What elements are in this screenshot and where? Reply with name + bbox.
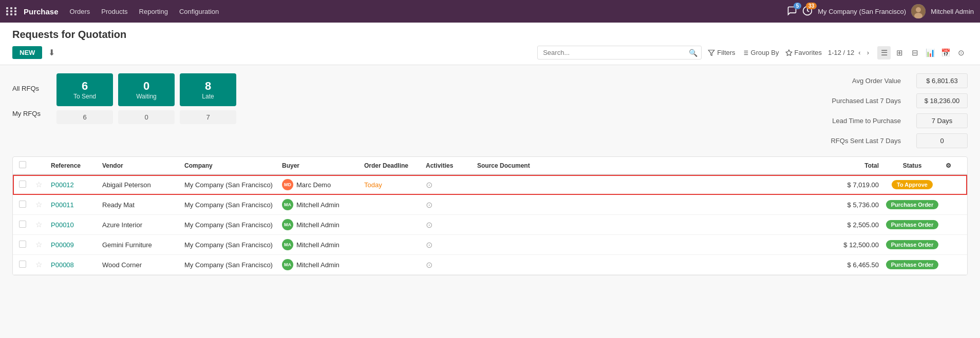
toolbar-actions: Filters Group By Favorites	[708, 49, 822, 56]
favorites-button[interactable]: Favorites	[785, 49, 822, 56]
stat-late-num: 8	[190, 79, 226, 93]
activity-icon[interactable]: ⊙	[426, 181, 432, 189]
user-avatar[interactable]	[911, 4, 926, 18]
stat-waiting-num: 0	[128, 79, 164, 93]
stat-to-send-num: 6	[67, 79, 103, 93]
kpi-rfqsent-label: RFQs Sent Last 7 Days	[831, 137, 901, 145]
chart-view-button[interactable]: 📊	[924, 46, 937, 59]
search-input[interactable]	[537, 46, 702, 59]
chat-icon-badge[interactable]: 5	[787, 6, 797, 17]
pagination: 1-12 / 12 ‹ ›	[828, 48, 871, 57]
stat-sub-0[interactable]: 6	[56, 110, 113, 124]
view-icons: ☰ ⊞ ⊟ 📊 📅 ⊙	[877, 46, 968, 59]
new-button[interactable]: NEW	[12, 46, 42, 59]
chat-count: 5	[794, 3, 802, 9]
col-adjust-icon[interactable]: ⚙	[946, 162, 961, 169]
star-icon[interactable]: ☆	[35, 260, 42, 269]
pagination-text: 1-12 / 12	[828, 49, 854, 56]
activity-icon[interactable]: ⊙	[426, 241, 432, 249]
stat-sub-1[interactable]: 0	[118, 110, 175, 124]
user-name[interactable]: Mitchell Admin	[931, 8, 974, 15]
row-buyer: MA Mitchell Admin	[282, 239, 364, 250]
row-reference[interactable]: P00010	[51, 221, 74, 229]
activity-icon-badge[interactable]: 33	[802, 6, 813, 17]
row-checkbox[interactable]	[19, 201, 26, 208]
row-total: $ 7,019.00	[559, 181, 879, 189]
star-icon[interactable]: ☆	[35, 220, 42, 229]
star-icon[interactable]: ☆	[35, 200, 42, 209]
prev-page-button[interactable]: ‹	[856, 48, 862, 57]
col-header-vendor: Vendor	[102, 162, 184, 169]
grid-view-button[interactable]: ⊟	[908, 46, 921, 59]
activity-view-button[interactable]: ⊙	[954, 46, 968, 59]
select-all-checkbox[interactable]	[19, 161, 26, 168]
activity-icon[interactable]: ⊙	[426, 261, 432, 269]
kpi-avg-label: Avg Order Value	[831, 77, 901, 85]
buyer-name: Mitchell Admin	[296, 201, 340, 209]
table-row: ☆ P00010 Azure Interior My Company (San …	[13, 215, 967, 235]
col-header-status: Status	[879, 162, 946, 169]
app-title[interactable]: Purchase	[24, 7, 59, 16]
row-reference[interactable]: P00009	[51, 241, 74, 249]
stat-to-send[interactable]: 6 To Send	[56, 73, 113, 106]
col-header-source: Source Document	[477, 162, 559, 169]
nav-reporting[interactable]: Reporting	[134, 6, 173, 17]
row-company: My Company (San Francisco)	[184, 221, 282, 229]
activity-icon[interactable]: ⊙	[426, 221, 432, 229]
row-vendor: Azure Interior	[102, 221, 184, 229]
row-vendor: Ready Mat	[102, 201, 184, 209]
row-checkbox[interactable]	[19, 181, 26, 188]
stat-cards-top: 6 To Send 0 Waiting 8 Late	[56, 73, 236, 106]
activity-icon[interactable]: ⊙	[426, 201, 432, 209]
row-buyer: MA Mitchell Admin	[282, 259, 364, 270]
col-header-reference: Reference	[51, 162, 102, 169]
row-checkbox[interactable]	[19, 221, 26, 228]
next-page-button[interactable]: ›	[865, 48, 871, 57]
kpi-leadtime-label: Lead Time to Purchase	[831, 117, 901, 125]
row-reference[interactable]: P00011	[51, 201, 74, 209]
all-rfqs-label[interactable]: All RFQs	[12, 82, 48, 95]
row-total: $ 6,465.50	[559, 261, 879, 269]
page-title: Requests for Quotation	[12, 29, 968, 41]
list-view-button[interactable]: ☰	[877, 46, 891, 59]
status-badge: Purchase Order	[886, 240, 939, 249]
kanban-view-button[interactable]: ⊞	[893, 46, 906, 59]
row-checkbox[interactable]	[19, 241, 26, 248]
kpi-avg-value: $ 6,801.63	[916, 73, 968, 88]
navbar-right: 5 33 My Company (San Francisco) Mitchell…	[787, 4, 974, 18]
buyer-avatar: MA	[282, 239, 293, 250]
star-icon[interactable]: ☆	[35, 180, 42, 189]
stat-waiting[interactable]: 0 Waiting	[118, 73, 175, 106]
star-icon[interactable]: ☆	[35, 240, 42, 249]
table-row: ☆ P00011 Ready Mat My Company (San Franc…	[13, 195, 967, 215]
stat-sub-2[interactable]: 7	[180, 110, 236, 124]
filters-button[interactable]: Filters	[708, 49, 735, 56]
row-buyer: MA Mitchell Admin	[282, 219, 364, 230]
col-header-buyer: Buyer	[282, 162, 364, 169]
apps-menu-icon[interactable]	[6, 7, 17, 15]
nav-configuration[interactable]: Configuration	[174, 6, 224, 17]
activity-count: 33	[806, 3, 817, 9]
kpi-section: Avg Order Value $ 6,801.63 Purchased Las…	[831, 73, 968, 148]
nav-orders[interactable]: Orders	[65, 6, 96, 17]
stat-late[interactable]: 8 Late	[180, 73, 236, 106]
row-reference[interactable]: P00012	[51, 181, 74, 189]
nav-products[interactable]: Products	[96, 6, 133, 17]
buyer-avatar: MA	[282, 199, 293, 210]
kpi-purchased-value: $ 18,236.00	[916, 93, 968, 108]
row-vendor: Abigail Peterson	[102, 181, 184, 189]
stat-late-lbl: Late	[190, 93, 226, 100]
my-rfqs-label[interactable]: My RFQs	[12, 107, 48, 121]
row-buyer: MA Mitchell Admin	[282, 199, 364, 210]
groupby-button[interactable]: Group By	[742, 49, 779, 56]
page-header: Requests for Quotation NEW ⬇ 🔍 Filters G…	[0, 23, 980, 65]
row-reference[interactable]: P00008	[51, 261, 74, 269]
download-button[interactable]: ⬇	[46, 46, 57, 59]
buyer-name: Mitchell Admin	[296, 241, 340, 249]
row-checkbox[interactable]	[19, 261, 26, 268]
calendar-view-button[interactable]: 📅	[939, 46, 952, 59]
row-buyer: MD Marc Demo	[282, 179, 364, 190]
company-name[interactable]: My Company (San Francisco)	[818, 8, 906, 15]
col-header-deadline: Order Deadline	[364, 162, 426, 169]
col-header-total: Total	[559, 162, 879, 169]
